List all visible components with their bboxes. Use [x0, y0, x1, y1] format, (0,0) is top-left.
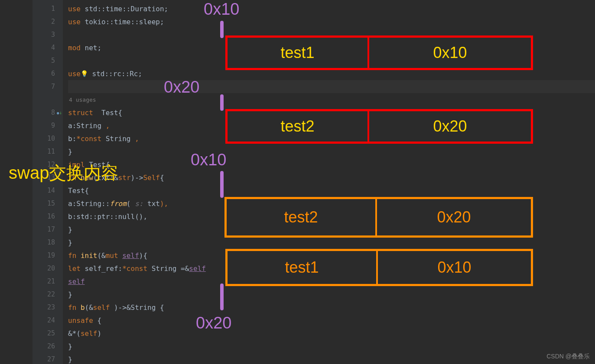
line-number[interactable]: 13: [33, 171, 63, 184]
code-line[interactable]: [68, 28, 595, 41]
code-line[interactable]: a:String::from( s: txt),: [68, 197, 595, 210]
code-editor: 1 2 3 4 5 6 7 8●↓ 9 10 11 12 13 14 15 16…: [0, 0, 595, 364]
code-line[interactable]: }: [68, 353, 595, 364]
code-line[interactable]: }: [68, 145, 595, 158]
code-line[interactable]: mod net;: [68, 41, 595, 54]
line-number[interactable]: 2: [33, 15, 63, 28]
line-number[interactable]: 1: [33, 2, 63, 15]
line-number[interactable]: 16: [33, 210, 63, 223]
code-line[interactable]: &*(self): [68, 327, 595, 340]
line-number[interactable]: 6: [33, 67, 63, 80]
line-number[interactable]: 3: [33, 28, 63, 41]
code-line[interactable]: fn new(txt:&str)->Self{: [68, 171, 595, 184]
code-line[interactable]: [68, 54, 595, 67]
code-line[interactable]: use std::time::Duration;: [68, 2, 595, 15]
line-number[interactable]: 14: [33, 184, 63, 197]
gutter: 1 2 3 4 5 6 7 8●↓ 9 10 11 12 13 14 15 16…: [33, 0, 63, 364]
usages-hint[interactable]: 4 usages: [68, 93, 595, 106]
line-number[interactable]: 8●↓: [33, 106, 63, 119]
line-number[interactable]: 22: [33, 288, 63, 301]
left-margin: [0, 0, 33, 364]
code-line[interactable]: impl Test{: [68, 158, 595, 171]
code-line[interactable]: struct Test{: [68, 106, 595, 119]
line-number[interactable]: 27: [33, 353, 63, 364]
line-number[interactable]: 15: [33, 197, 63, 210]
bulb-icon[interactable]: 💡: [81, 70, 88, 77]
line-number[interactable]: 10: [33, 132, 63, 145]
line-number[interactable]: 24: [33, 314, 63, 327]
line-number[interactable]: 12: [33, 158, 63, 171]
line-number[interactable]: 21: [33, 275, 63, 288]
line-number[interactable]: 18: [33, 236, 63, 249]
code-line[interactable]: let self_ref:*const String =&self: [68, 262, 595, 275]
code-line[interactable]: b:std::ptr::null(),: [68, 210, 595, 223]
code-line[interactable]: }: [68, 288, 595, 301]
line-number[interactable]: 5: [33, 54, 63, 67]
code-line[interactable]: a:String ,: [68, 119, 595, 132]
code-line[interactable]: Test{: [68, 184, 595, 197]
line-number[interactable]: 17: [33, 223, 63, 236]
impl-icon[interactable]: ●↓: [57, 110, 62, 116]
line-number[interactable]: 26: [33, 340, 63, 353]
code-line[interactable]: use tokio::time::sleep;: [68, 15, 595, 28]
code-line[interactable]: use💡 std::rc::Rc;: [68, 67, 595, 80]
line-number[interactable]: 23: [33, 301, 63, 314]
code-line[interactable]: fn init(&mut self){: [68, 249, 595, 262]
line-number[interactable]: 19: [33, 249, 63, 262]
code-line[interactable]: }: [68, 236, 595, 249]
line-number[interactable]: 4: [33, 41, 63, 54]
usages-hint-gap: [33, 93, 63, 106]
code-area[interactable]: use std::time::Duration; use tokio::time…: [63, 0, 595, 364]
code-line[interactable]: unsafe {: [68, 314, 595, 327]
line-number[interactable]: 7: [33, 80, 63, 93]
code-line[interactable]: b:*const String ,: [68, 132, 595, 145]
line-number[interactable]: 9: [33, 119, 63, 132]
code-line[interactable]: }: [68, 340, 595, 353]
code-line-current[interactable]: [68, 80, 595, 93]
code-line[interactable]: fn b(&self )->&String {: [68, 301, 595, 314]
code-line[interactable]: self: [68, 275, 595, 288]
line-number[interactable]: 25: [33, 327, 63, 340]
line-number[interactable]: 11: [33, 145, 63, 158]
line-number[interactable]: 20: [33, 262, 63, 275]
code-line[interactable]: }: [68, 223, 595, 236]
